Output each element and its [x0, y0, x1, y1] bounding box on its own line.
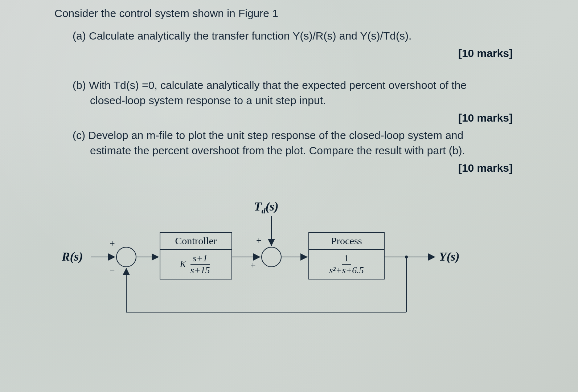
part-b-marks: [10 marks]: [54, 112, 556, 124]
part-a-text: (a) Calculate analytically the transfer …: [73, 28, 556, 44]
diagram-wires: [54, 196, 555, 341]
block-diagram: R(s) Td(s) Y(s) + − Controller K s+1 s+1…: [54, 196, 555, 341]
part-b-line2: closed-loop system response to a unit st…: [90, 93, 556, 108]
part-c-line2: estimate the percent overshoot from the …: [90, 143, 556, 158]
part-b-line1: (b) With Td(s) =0, calculate analyticall…: [73, 78, 556, 93]
part-a-marks: [10 marks]: [54, 47, 556, 60]
problem-intro: Consider the control system shown in Fig…: [54, 7, 556, 20]
part-c-marks: [10 marks]: [54, 162, 556, 174]
part-c-line1: (c) Develop an m-file to plot the unit s…: [73, 128, 556, 143]
